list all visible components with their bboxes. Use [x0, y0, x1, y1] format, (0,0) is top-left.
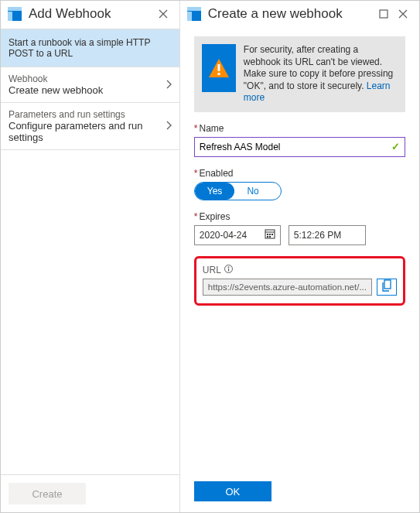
- left-title: Add Webhook: [29, 6, 149, 22]
- expires-label: Expires: [199, 211, 230, 222]
- row-label: Webhook: [9, 74, 103, 84]
- right-footer: OK: [180, 474, 419, 512]
- right-header: Create a new webhook: [180, 1, 419, 29]
- svg-rect-20: [384, 280, 391, 289]
- checkmark-icon: ✓: [391, 141, 400, 152]
- right-panel: Create a new webhook For security, after…: [180, 1, 419, 512]
- svg-rect-1: [8, 7, 22, 11]
- security-callout: For security, after creating a webhook i…: [194, 36, 405, 112]
- svg-rect-5: [187, 12, 192, 21]
- svg-point-18: [227, 266, 229, 268]
- chevron-right-icon: [166, 78, 172, 92]
- svg-rect-16: [269, 236, 271, 238]
- expires-date-input[interactable]: 2020-04-24: [194, 225, 281, 245]
- description-banner: Start a runbook via a simple HTTP POST t…: [1, 29, 179, 67]
- left-header: Add Webhook: [1, 1, 179, 29]
- svg-rect-6: [380, 10, 388, 18]
- svg-rect-15: [267, 236, 268, 238]
- info-icon[interactable]: [224, 265, 233, 275]
- svg-rect-4: [187, 7, 201, 11]
- url-input[interactable]: https://s2events.azure-automation.net/..…: [203, 279, 372, 296]
- right-title: Create a new webhook: [208, 6, 373, 22]
- url-highlight-box: URL https://s2events.azure-automation.ne…: [194, 256, 405, 306]
- name-input[interactable]: [200, 142, 391, 152]
- copy-icon: [381, 279, 392, 294]
- left-panel: Add Webhook Start a runbook via a simple…: [1, 1, 180, 512]
- url-label: URL: [203, 265, 221, 275]
- callout-text: For security, after creating a webhook i…: [244, 44, 398, 104]
- create-button[interactable]: Create: [9, 483, 86, 504]
- row-label: Parameters and run settings: [9, 109, 166, 120]
- panel-icon: [186, 6, 202, 22]
- enabled-toggle[interactable]: Yes No: [194, 182, 282, 200]
- copy-button[interactable]: [377, 279, 397, 296]
- svg-rect-9: [217, 73, 220, 75]
- svg-rect-14: [271, 234, 273, 235]
- row-parameters[interactable]: Parameters and run settings Configure pa…: [1, 103, 179, 150]
- close-icon[interactable]: [155, 5, 172, 22]
- chevron-right-icon: [166, 119, 172, 133]
- svg-rect-2: [8, 12, 12, 21]
- name-label: Name: [199, 123, 224, 134]
- panel-icon: [7, 6, 22, 22]
- row-webhook[interactable]: Webhook Create new webhook: [1, 67, 179, 103]
- toggle-no[interactable]: No: [234, 183, 280, 200]
- expires-time-input[interactable]: 5:12:26 PM: [289, 225, 366, 245]
- close-icon[interactable]: [394, 5, 411, 22]
- svg-rect-8: [217, 64, 220, 71]
- row-value: Configure parameters and run settings: [9, 120, 166, 143]
- svg-rect-12: [267, 234, 268, 235]
- calendar-icon: [265, 228, 275, 241]
- warning-icon: [202, 44, 236, 92]
- maximize-icon[interactable]: [379, 9, 388, 19]
- svg-rect-13: [269, 234, 271, 235]
- name-input-wrap[interactable]: ✓: [194, 137, 405, 157]
- toggle-yes[interactable]: Yes: [195, 183, 235, 200]
- svg-rect-19: [228, 268, 229, 272]
- enabled-label: Enabled: [199, 168, 233, 179]
- left-footer: Create: [1, 474, 179, 512]
- ok-button[interactable]: OK: [194, 481, 271, 501]
- row-value: Create new webhook: [9, 84, 103, 96]
